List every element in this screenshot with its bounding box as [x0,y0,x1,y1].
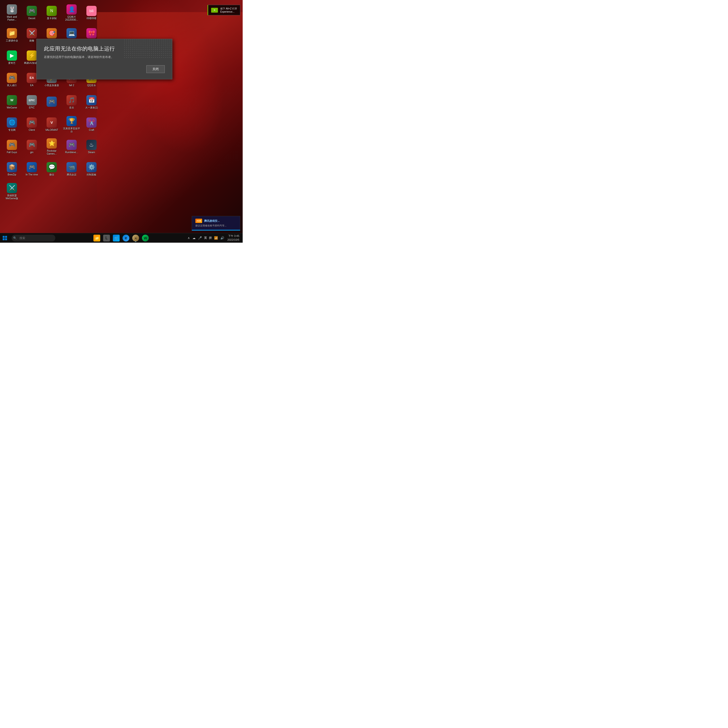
list-item[interactable]: bili 哔哩哔哩 [82,2,101,23]
wifi-icon[interactable]: 📶 [213,235,219,241]
list-item[interactable]: EPIC EPIC [22,92,41,112]
language-input-2[interactable]: 拼 [208,235,213,241]
app-icon: 🌐 [7,118,17,128]
search-input[interactable] [12,235,55,242]
icon-label: 控制面板 [87,173,96,176]
list-item[interactable]: N 显卡录制 [42,2,61,23]
app-icon: ⭐ [47,138,57,148]
list-item[interactable]: ✂️ Craft [82,114,101,135]
list-item[interactable]: 🎮 In The rime [22,159,41,179]
nvidia-overlay: N 按下 Alt+Z 打开 Experience... [208,5,240,15]
taskbar-icon-files[interactable]: 📁 [92,234,101,242]
list-item[interactable]: 👤 QQ图片 20220930... [62,2,81,23]
taskbar-icon-lol[interactable]: ⚔ [131,234,140,242]
app-icon: 💬 [47,162,57,172]
time: 下午 3:45 [227,234,239,238]
app-icon: 💻 [66,28,77,38]
icon-label: 完美世界竞技平台 [63,127,80,133]
list-item[interactable]: 🌐 专克网 [2,114,21,135]
icon-label: Rumbleve... [65,151,78,154]
app-icon: ⚙️ [86,162,96,172]
icon-label: QQ音乐 [87,84,96,87]
icon-label: Rockstar Games... [43,150,60,155]
list-item[interactable]: 🎮 Deceit [22,2,41,23]
list-item[interactable]: ⭐ Rockstar Games... [42,136,61,157]
search-wrapper[interactable]: 🔍 [11,235,55,242]
icon-label: 大一课表(1) [85,106,98,109]
list-item[interactable]: ▶ 爱奇艺 [2,47,21,68]
app-icon: 🎮 [7,73,17,83]
list-item[interactable]: 📦 BreeZip [2,159,21,179]
app-icon: 🎮 [7,140,17,150]
icon-label: 双人成行 [7,84,17,87]
icon-label: 爱奇艺 [8,62,15,64]
time-display[interactable]: 下午 3:45 2022/10/5 [226,234,241,242]
volume-icon[interactable]: 🔊 [220,235,225,241]
list-item[interactable]: 🐰 Mark and Parker... [2,2,21,23]
language-input-1[interactable]: 英 [203,235,208,241]
taskbar-icon-network[interactable]: L [102,234,111,242]
app-icon: 🎮 [66,140,77,150]
list-item[interactable]: 🎮 Client [22,114,41,135]
app-icon: 🎀 [86,28,96,38]
icon-label: gin [30,151,33,154]
icon-label: 音乐 [69,106,74,109]
list-item[interactable]: ⚙️ 控制面板 [82,159,101,179]
app-icon: 🎮 [27,140,37,150]
network-icon[interactable]: ☁ [192,235,196,241]
app-icon: 📅 [86,95,96,105]
app-icon: EPIC [27,95,37,105]
taskbar-center: 📁 L 🛒 e ⚔ W [55,234,187,242]
microphone-icon[interactable]: 🎤 [197,235,203,241]
taskbar-icon-store[interactable]: 🛒 [112,234,121,242]
icon-label: WeGame [7,106,17,109]
app-icon: ▶ [7,50,17,61]
app-icon: ⚔️ [7,183,17,193]
list-item[interactable]: 📅 大一课表(1) [82,92,101,112]
list-item[interactable]: V VALORANT [42,114,61,135]
taskbar-icon-game2[interactable]: W [141,234,150,242]
list-item[interactable]: 📁 工课课作业 [2,25,21,45]
list-item[interactable]: W WeGame [2,92,21,112]
list-item[interactable]: 🎮 双人成行 [2,69,21,90]
list-item[interactable]: 🎵 音乐 [62,92,81,112]
app-icon: ⚡ [27,50,37,61]
icon-label: Mark and Parker... [3,15,20,21]
icon-label: EA [30,84,33,87]
app-icon: bili [86,6,96,16]
app-icon: N [47,6,57,16]
icon-label: BreeZip [8,173,16,176]
list-item[interactable]: 💬 微信 [42,159,61,179]
list-item[interactable]: ♨ Steam [82,136,101,157]
close-button[interactable]: 关闭 [146,65,165,73]
app-icon: V [47,118,57,128]
chevron-up-icon[interactable]: ∧ [187,235,191,241]
start-button[interactable] [0,233,10,243]
app-icon: 🎵 [66,95,77,105]
app-icon: 🐰 [7,5,17,15]
list-item[interactable]: 🎮 [42,92,61,112]
ace-notification: ACE 腾讯游戏安... 建议定期修改账号密码号等... [192,216,240,231]
icon-label: QQ图片 20220930... [63,15,80,21]
icon-label: Deceit [28,17,35,20]
app-icon: W [7,95,17,105]
list-item[interactable]: 📹 腾讯会议 [62,159,81,179]
icon-label: 小黑盒加速器 [44,84,59,87]
taskbar-icon-edge[interactable]: e [122,234,130,242]
list-item[interactable]: 🎮 gin [22,136,41,157]
nvidia-text: 按下 Alt+Z 打开 Experience... [220,7,237,13]
icon-label: 微信 [49,173,54,176]
icons-area: 🐰 Mark and Parker... 🎮 Deceit N 显卡录制 👤 Q… [2,2,101,225]
steam-icon-label: Steam [88,151,95,154]
list-item[interactable]: 🎮 Fall Guys [2,136,21,157]
icon-label: In The rime [26,173,38,176]
list-item[interactable]: 🎮 Rumbleve... [62,136,81,157]
icon-label: 专克网 [8,128,15,132]
app-icon: 📁 [7,28,17,38]
list-item[interactable]: ⚔️ 英雄联盟 WeGame版 [2,181,21,202]
error-dialog-title: 此应用无法在你的电脑上运行 [44,45,165,52]
ace-logo: ACE [195,219,202,223]
ace-title: 腾讯游戏安... [204,219,220,223]
list-item[interactable]: 🏆 完美世界竞技平台 [62,114,81,135]
app-icon: 🎮 [47,96,57,107]
